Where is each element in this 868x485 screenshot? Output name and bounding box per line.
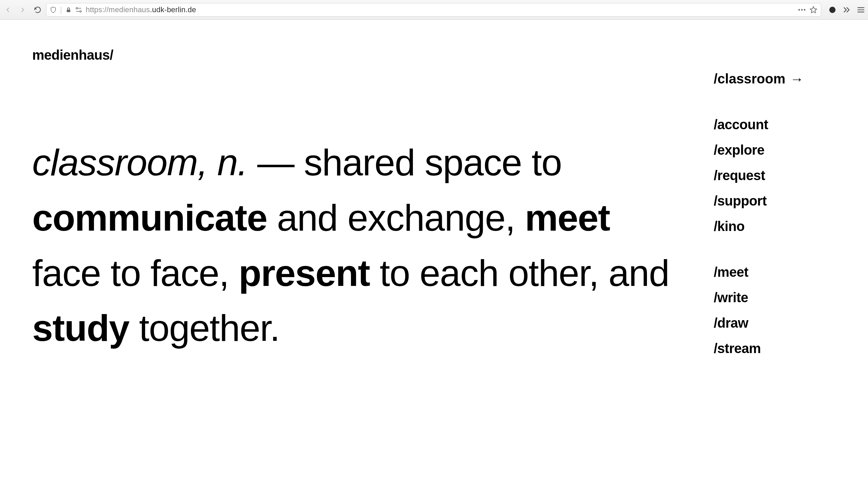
nav-link-support[interactable]: /support [714,193,836,209]
address-bar[interactable]: | https://medienhaus.udk-berlin.de [46,3,821,17]
svg-rect-0 [66,9,70,12]
svg-point-6 [801,9,803,11]
nav-link-account[interactable]: /account [714,117,836,132]
nav-group-2: /meet /write /draw /stream [714,265,836,356]
sidebar-header[interactable]: /classroom → [714,71,836,86]
page-actions-icon[interactable] [798,8,806,11]
nav-group-1: /account /explore /request /support /kin… [714,117,836,234]
back-button[interactable] [3,5,12,14]
permissions-icon[interactable] [75,6,82,13]
svg-point-9 [829,6,835,13]
sidebar-nav: /classroom → /account /explore /request … [714,54,836,376]
shield-icon[interactable] [50,6,57,14]
site-logo[interactable]: medienhaus/ [32,47,113,63]
url-text: https://medienhaus.udk-berlin.de [86,5,794,14]
bookmark-star-icon[interactable] [809,6,817,14]
nav-link-stream[interactable]: /stream [714,341,836,356]
current-section-label: /classroom [714,71,785,86]
nav-link-draw[interactable]: /draw [714,315,836,331]
svg-point-5 [798,9,800,11]
definition-term: classroom, n. [32,141,248,183]
nav-link-request[interactable]: /request [714,168,836,183]
arrow-right-icon: → [790,72,804,86]
nav-link-explore[interactable]: /explore [714,142,836,158]
svg-point-7 [804,9,806,11]
definition-text: classroom, n. — shared space to communic… [32,135,676,376]
lock-icon[interactable] [65,6,72,13]
nav-link-meet[interactable]: /meet [714,265,836,280]
overflow-arrows-icon[interactable] [843,6,850,13]
browser-toolbar: | https://medienhaus.udk-berlin.de [0,0,868,20]
nav-link-kino[interactable]: /kino [714,219,836,234]
account-avatar-icon[interactable] [829,6,836,14]
nav-link-write[interactable]: /write [714,290,836,305]
hamburger-menu-icon[interactable] [857,7,865,13]
svg-point-1 [76,7,78,9]
reload-button[interactable] [33,5,42,14]
svg-marker-8 [810,6,817,13]
svg-point-3 [80,11,81,12]
forward-button[interactable] [18,5,27,14]
